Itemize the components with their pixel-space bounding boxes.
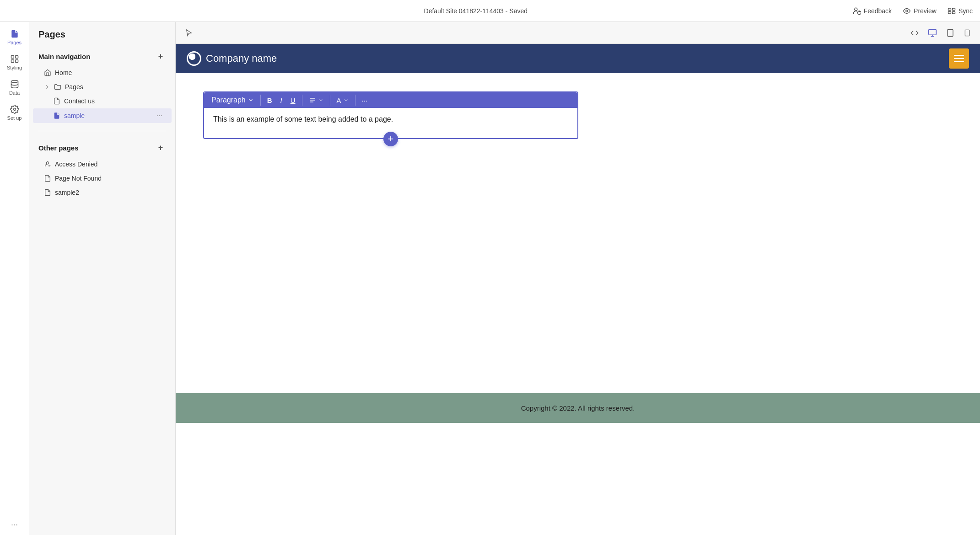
fontsize-chevron-icon [343,97,349,103]
nav-item-home[interactable]: Home [33,66,172,80]
sidebar-item-setup[interactable]: Set up [3,101,27,124]
bold-button[interactable]: B [264,95,276,106]
canvas-area: Company name Paragra [176,22,980,535]
nav-item-sample[interactable]: sample ··· [33,108,172,123]
nav-item-not-found-label: Page Not Found [55,175,102,182]
svg-point-2 [906,10,908,12]
main-nav-label: Main navigation [38,53,90,60]
hamburger-line-2 [954,58,964,59]
topbar: Default Site 041822-114403 - Saved Feedb… [0,0,980,22]
nav-item-sample-label: sample [64,112,85,119]
hamburger-button[interactable] [949,48,969,69]
svg-point-11 [11,80,18,83]
nav-item-home-label: Home [55,69,72,76]
align-icon [309,96,316,104]
tablet-icon [946,29,954,37]
main-nav-add-button[interactable]: + [155,51,166,62]
nav-item-not-found[interactable]: Page Not Found [33,171,172,185]
svg-rect-4 [952,8,955,11]
canvas-scroll[interactable]: Company name Paragra [176,44,980,535]
data-label: Data [9,90,20,96]
site-brand: Company name [187,51,277,66]
svg-point-0 [854,8,857,11]
other-pages-add-button[interactable]: + [155,142,166,153]
hamburger-line-3 [954,61,964,62]
other-pages-label: Other pages [38,144,79,152]
nav-item-sample2[interactable]: sample2 [33,186,172,199]
home-icon [44,69,51,76]
main-nav-header: Main navigation + [29,47,175,65]
feedback-button[interactable]: Feedback [853,7,892,15]
more-options-button[interactable]: ··· [358,95,372,106]
other-pages-section: Other pages + Access Denied Page Not Fou… [29,135,175,203]
font-size-dropdown[interactable]: A [333,95,352,106]
svg-rect-6 [952,11,955,14]
sidebar-more-button[interactable]: ··· [11,520,18,530]
svg-rect-3 [948,8,951,11]
main-layout: Pages Styling Data Set up ··· Pages [0,22,980,535]
tablet-view-button[interactable] [944,27,956,39]
code-view-button[interactable] [909,27,921,39]
pages-panel-title: Pages [29,22,175,43]
sync-button[interactable]: Sync [948,7,973,15]
hamburger-line-1 [954,55,964,56]
site-footer: Copyright © 2022. All rights reserved. [176,393,980,423]
pages-icon [10,29,19,38]
format-separator-3 [330,95,330,106]
svg-rect-8 [15,56,18,59]
other-pages-header: Other pages + [29,139,175,157]
preview-button[interactable]: Preview [903,7,937,15]
italic-button[interactable]: I [277,95,286,106]
folder-icon [54,83,61,91]
mobile-view-button[interactable] [962,27,973,39]
select-tool-button[interactable] [183,27,195,39]
desktop-view-button[interactable] [926,27,939,39]
svg-point-13 [46,162,48,164]
chevron-right-icon [44,84,50,90]
page-icon-contact [53,97,60,105]
site-content: Paragraph B I U [176,73,980,302]
sidebar-item-data[interactable]: Data [3,76,27,99]
desktop-icon [928,28,937,37]
code-icon [910,29,919,37]
sync-icon [948,7,956,15]
sidebar-item-pages[interactable]: Pages [3,26,27,49]
brand-name: Company name [206,53,277,64]
nav-item-contact-us[interactable]: Contact us [33,94,172,108]
format-separator-2 [302,95,302,106]
format-separator-4 [355,95,355,106]
underline-button[interactable]: U [287,95,299,106]
nav-item-pages-folder[interactable]: Pages [33,80,172,94]
styling-icon [10,54,19,64]
add-block-button[interactable]: + [383,132,398,146]
nav-item-access-denied[interactable]: Access Denied [33,157,172,171]
nav-item-contact-label: Contact us [64,97,95,105]
editor-text: This is an example of some text being ad… [213,115,393,123]
nav-item-sample2-label: sample2 [55,189,79,196]
align-dropdown[interactable] [305,95,327,106]
footer-text: Copyright © 2022. All rights reserved. [521,404,635,412]
sidebar-item-styling[interactable]: Styling [3,51,27,74]
cursor-icon [185,29,193,37]
sample-more-button[interactable]: ··· [156,112,162,120]
setup-label: Set up [7,115,22,121]
nav-item-access-denied-label: Access Denied [55,160,97,168]
icon-sidebar: Pages Styling Data Set up ··· [0,22,29,535]
nav-divider [38,131,166,131]
brand-logo [187,51,201,66]
site-preview: Company name Paragra [176,44,980,535]
paragraph-chevron-icon [248,97,254,103]
page-icon-sample [53,112,60,119]
paragraph-dropdown[interactable]: Paragraph [208,94,258,106]
page-icon-notfound [44,175,51,182]
format-separator-1 [260,95,261,106]
font-size-label: A [337,96,341,104]
svg-point-12 [13,108,16,111]
data-icon [10,80,19,89]
paragraph-label: Paragraph [211,96,246,104]
main-nav-section: Main navigation + Home Pages [29,43,175,127]
canvas-toolbar-right [909,27,973,39]
canvas-toolbar-left [183,27,195,39]
setup-icon [10,105,19,114]
pages-panel: Pages Main navigation + Home [29,22,176,535]
